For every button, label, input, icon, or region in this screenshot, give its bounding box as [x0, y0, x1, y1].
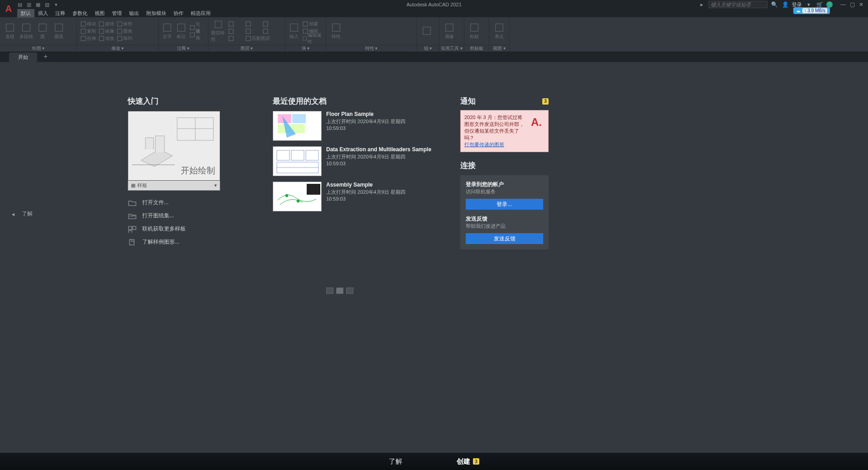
- recent-thumb: [273, 146, 322, 176]
- view-detail-icon[interactable]: [336, 288, 343, 294]
- menu-附加模块[interactable]: 附加模块: [143, 9, 170, 18]
- user-icon[interactable]: 👤: [781, 1, 789, 8]
- search-arrow-icon[interactable]: ▸: [698, 1, 706, 8]
- quick-link-2[interactable]: 联机获取更多样板: [128, 222, 223, 235]
- qat-dropdown-icon[interactable]: ▾: [53, 1, 60, 8]
- close-icon[interactable]: ✕: [857, 1, 865, 8]
- ribbon-small-表格[interactable]: 表格: [189, 31, 205, 38]
- ribbon-small-圆角[interactable]: 圆角: [116, 28, 133, 34]
- ribbon-btn-圆[interactable]: 圆: [35, 20, 50, 43]
- ribbon-label[interactable]: 注释 ▾: [159, 45, 208, 52]
- bottom-learn[interactable]: 了解: [389, 457, 402, 466]
- ribbon-small-旋转[interactable]: 旋转: [98, 20, 115, 27]
- quick-link-1[interactable]: 打开图纸集...: [128, 209, 223, 222]
- svg-rect-6: [117, 22, 122, 26]
- document-tabs: 开始 +: [0, 52, 868, 62]
- qat-new-icon[interactable]: ▤: [16, 1, 24, 8]
- qat-open-icon[interactable]: ▥: [25, 1, 33, 8]
- maximize-icon[interactable]: ▢: [848, 1, 856, 8]
- ribbon-btn-测量[interactable]: 测量: [442, 20, 457, 43]
- ribbon-small-阵列[interactable]: 阵列: [116, 35, 133, 42]
- recent-title: 最近使用的文档: [273, 96, 445, 106]
- tab-start[interactable]: 开始: [9, 53, 37, 62]
- grid-icon: ▦: [131, 182, 135, 188]
- ribbon-small-修剪[interactable]: 修剪: [116, 20, 133, 27]
- search-input[interactable]: [709, 1, 767, 8]
- ribbon-small-item[interactable]: [227, 20, 244, 27]
- recent-item-2[interactable]: Assembly Sample上次打开时间 2020年4月9日 星期四10:59…: [273, 182, 445, 211]
- ribbon-btn-图层特性[interactable]: 图层特性: [211, 20, 226, 43]
- ribbon-btn-标注[interactable]: 标注: [175, 20, 188, 43]
- ribbon-small-item[interactable]: [227, 35, 244, 42]
- notify-card[interactable]: 2020 年 3 月：您尝试过将图形文件发送到公司外部，但仅通知某些文件丢失了吗…: [460, 110, 549, 152]
- ribbon-btn-粘贴[interactable]: 粘贴: [467, 20, 482, 43]
- ribbon-small-移动[interactable]: 移动: [80, 20, 97, 27]
- ribbon-small-item[interactable]: [245, 20, 261, 27]
- ribbon-label[interactable]: 图层 ▾: [208, 45, 285, 52]
- quick-link-0[interactable]: 打开文件...: [128, 196, 223, 209]
- ribbon-small-创建[interactable]: 创建: [302, 20, 319, 27]
- menu-默认[interactable]: 默认: [17, 9, 34, 18]
- menu-视图[interactable]: 视图: [91, 9, 108, 18]
- ribbon-btn-直线[interactable]: 直线: [3, 20, 17, 43]
- help-icon[interactable]: ?: [826, 1, 833, 8]
- ribbon-btn-基点[interactable]: 基点: [492, 20, 506, 43]
- svg-rect-0: [6, 24, 14, 31]
- recent-item-0[interactable]: Floor Plan Sample上次打开时间 2020年4月9日 星期四10:…: [273, 111, 445, 141]
- menu-协作[interactable]: 协作: [170, 9, 187, 18]
- ribbon-small-匹配图层[interactable]: 匹配图层: [245, 35, 271, 42]
- quick-link-3[interactable]: 了解样例图形...: [128, 235, 223, 249]
- tab-add-button[interactable]: +: [39, 51, 52, 62]
- bottom-create[interactable]: 创建 3: [457, 457, 479, 466]
- menu-精选应用[interactable]: 精选应用: [187, 9, 214, 18]
- svg-rect-46: [273, 147, 322, 176]
- ribbon-label[interactable]: 绘图 ▾: [0, 45, 77, 52]
- ribbon-small-item[interactable]: [262, 28, 278, 34]
- ribbon-btn-多段线[interactable]: 多段线: [19, 20, 34, 43]
- ribbon-label[interactable]: 组 ▾: [417, 45, 439, 52]
- ribbon-label[interactable]: 块 ▾: [285, 45, 326, 52]
- menu-管理[interactable]: 管理: [108, 9, 125, 18]
- ribbon-small-item[interactable]: [245, 28, 261, 34]
- ribbon-small-复制[interactable]: 复制: [80, 28, 97, 34]
- svg-rect-7: [81, 29, 86, 34]
- recent-item-1[interactable]: Data Extraction and Multileaders Sample上…: [273, 146, 445, 176]
- view-grid-icon[interactable]: [346, 288, 353, 294]
- search-icon[interactable]: 🔍: [770, 1, 778, 8]
- app-logo[interactable]: A: [2, 2, 15, 15]
- view-list-icon[interactable]: [326, 288, 333, 294]
- menu-插入[interactable]: 插入: [34, 9, 52, 18]
- qat-save-icon[interactable]: ▦: [34, 1, 42, 8]
- notify-badge: 3: [542, 98, 549, 105]
- menu-参数化[interactable]: 参数化: [69, 9, 91, 18]
- start-drawing-tile[interactable]: 开始绘制: [128, 111, 220, 181]
- ribbon-small-拉伸[interactable]: 拉伸: [80, 35, 97, 42]
- ribbon-small-缩放[interactable]: 缩放: [98, 35, 115, 42]
- svg-rect-2: [39, 24, 47, 31]
- ribbon-small-编辑属性[interactable]: 编辑属性: [302, 35, 323, 42]
- learn-side-nav[interactable]: ◂ 了解: [12, 210, 33, 218]
- minimize-icon[interactable]: —: [839, 1, 847, 8]
- ribbon-btn-文字[interactable]: 文字: [161, 20, 174, 43]
- ribbon-small-镜像[interactable]: 镜像: [98, 28, 115, 34]
- ribbon-btn-插入[interactable]: 插入: [288, 20, 300, 43]
- ribbon-small-item[interactable]: [262, 20, 278, 27]
- notify-link[interactable]: 打包要传递的图形: [464, 141, 526, 148]
- ribbon-btn-item[interactable]: [420, 20, 434, 43]
- menu-注释[interactable]: 注释: [52, 9, 69, 18]
- ribbon-label[interactable]: 修改 ▾: [77, 45, 158, 52]
- ribbon-label[interactable]: 视图 ▾: [489, 45, 509, 52]
- ribbon-btn-圆弧[interactable]: 圆弧: [52, 20, 66, 43]
- qat-share-icon[interactable]: ▧: [43, 1, 51, 8]
- ribbon-small-item[interactable]: [227, 28, 244, 34]
- feedback-button[interactable]: 发送反馈: [466, 233, 543, 244]
- ribbon-label[interactable]: 实用工具 ▾: [439, 45, 464, 52]
- ribbon-btn-特性[interactable]: 特性: [329, 20, 343, 43]
- templates-dropdown[interactable]: ▦样板 ▾: [128, 181, 220, 191]
- cloud-sync-overlay[interactable]: ☁ ↑ 3.9 MB/s: [793, 7, 830, 14]
- menu-输出[interactable]: 输出: [125, 9, 143, 18]
- ribbon-label[interactable]: 特性 ▾: [326, 45, 416, 52]
- login-button[interactable]: 登录...: [466, 199, 543, 210]
- ribbon-label[interactable]: 剪贴板: [464, 45, 489, 52]
- svg-rect-21: [229, 29, 233, 34]
